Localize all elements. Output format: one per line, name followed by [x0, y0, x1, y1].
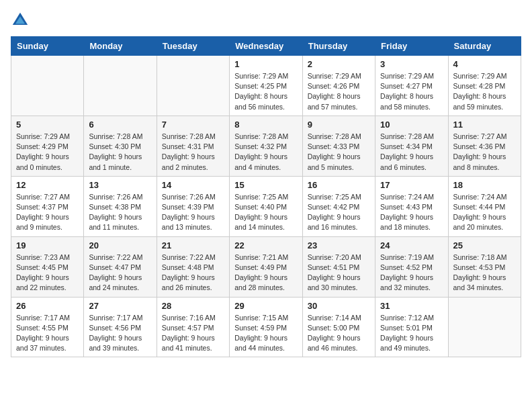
calendar-cell: 25Sunrise: 7:18 AM Sunset: 4:53 PM Dayli…	[448, 236, 521, 297]
day-info: Sunrise: 7:17 AM Sunset: 4:55 PM Dayligh…	[16, 313, 79, 354]
day-of-week-header: Thursday	[302, 37, 375, 56]
day-info: Sunrise: 7:28 AM Sunset: 4:34 PM Dayligh…	[380, 132, 443, 173]
calendar-cell: 17Sunrise: 7:24 AM Sunset: 4:43 PM Dayli…	[375, 176, 448, 236]
calendar-cell: 7Sunrise: 7:28 AM Sunset: 4:31 PM Daylig…	[157, 116, 229, 176]
day-number: 28	[162, 301, 224, 311]
calendar-cell: 23Sunrise: 7:20 AM Sunset: 4:51 PM Dayli…	[302, 236, 375, 297]
calendar-cell: 10Sunrise: 7:28 AM Sunset: 4:34 PM Dayli…	[375, 116, 448, 176]
calendar-cell: 11Sunrise: 7:27 AM Sunset: 4:36 PM Dayli…	[448, 116, 521, 176]
day-info: Sunrise: 7:22 AM Sunset: 4:47 PM Dayligh…	[89, 253, 151, 293]
day-number: 26	[16, 301, 79, 311]
day-of-week-header: Saturday	[448, 37, 521, 56]
calendar-cell: 19Sunrise: 7:23 AM Sunset: 4:45 PM Dayli…	[11, 236, 84, 297]
day-info: Sunrise: 7:29 AM Sunset: 4:26 PM Dayligh…	[308, 71, 370, 112]
day-number: 11	[453, 120, 516, 130]
calendar-cell: 15Sunrise: 7:25 AM Sunset: 4:40 PM Dayli…	[230, 176, 302, 236]
day-info: Sunrise: 7:20 AM Sunset: 4:51 PM Dayligh…	[308, 253, 370, 293]
calendar-header-row: SundayMondayTuesdayWednesdayThursdayFrid…	[11, 37, 521, 56]
logo	[11, 11, 32, 30]
day-number: 6	[89, 120, 151, 130]
calendar-week-row: 19Sunrise: 7:23 AM Sunset: 4:45 PM Dayli…	[11, 236, 521, 297]
calendar-cell: 20Sunrise: 7:22 AM Sunset: 4:47 PM Dayli…	[84, 236, 157, 297]
day-number: 19	[16, 240, 79, 250]
calendar-cell: 1Sunrise: 7:29 AM Sunset: 4:25 PM Daylig…	[230, 56, 302, 116]
day-info: Sunrise: 7:26 AM Sunset: 4:39 PM Dayligh…	[162, 192, 224, 233]
calendar-cell: 21Sunrise: 7:22 AM Sunset: 4:48 PM Dayli…	[157, 236, 229, 297]
day-number: 1	[234, 59, 297, 69]
calendar-cell: 29Sunrise: 7:15 AM Sunset: 4:59 PM Dayli…	[230, 297, 302, 357]
calendar-cell	[84, 56, 157, 116]
day-info: Sunrise: 7:21 AM Sunset: 4:49 PM Dayligh…	[234, 253, 297, 293]
calendar-cell: 9Sunrise: 7:28 AM Sunset: 4:33 PM Daylig…	[302, 116, 375, 176]
day-number: 31	[380, 301, 443, 311]
calendar-week-row: 12Sunrise: 7:27 AM Sunset: 4:37 PM Dayli…	[11, 176, 521, 236]
day-number: 2	[308, 59, 370, 69]
day-of-week-header: Sunday	[11, 37, 84, 56]
calendar-cell: 14Sunrise: 7:26 AM Sunset: 4:39 PM Dayli…	[157, 176, 229, 236]
calendar-cell: 8Sunrise: 7:28 AM Sunset: 4:32 PM Daylig…	[230, 116, 302, 176]
calendar-cell: 18Sunrise: 7:24 AM Sunset: 4:44 PM Dayli…	[448, 176, 521, 236]
calendar-week-row: 5Sunrise: 7:29 AM Sunset: 4:29 PM Daylig…	[11, 116, 521, 176]
day-number: 16	[308, 180, 370, 190]
calendar-week-row: 1Sunrise: 7:29 AM Sunset: 4:25 PM Daylig…	[11, 56, 521, 116]
day-number: 10	[380, 120, 443, 130]
calendar-cell: 26Sunrise: 7:17 AM Sunset: 4:55 PM Dayli…	[11, 297, 84, 357]
day-info: Sunrise: 7:22 AM Sunset: 4:48 PM Dayligh…	[162, 253, 224, 293]
day-info: Sunrise: 7:29 AM Sunset: 4:25 PM Dayligh…	[234, 71, 297, 112]
calendar-cell: 22Sunrise: 7:21 AM Sunset: 4:49 PM Dayli…	[230, 236, 302, 297]
day-number: 9	[308, 120, 370, 130]
day-info: Sunrise: 7:14 AM Sunset: 5:00 PM Dayligh…	[308, 313, 370, 354]
day-number: 21	[162, 240, 224, 250]
calendar-cell: 27Sunrise: 7:17 AM Sunset: 4:56 PM Dayli…	[84, 297, 157, 357]
calendar-cell: 4Sunrise: 7:29 AM Sunset: 4:28 PM Daylig…	[448, 56, 521, 116]
day-info: Sunrise: 7:27 AM Sunset: 4:37 PM Dayligh…	[16, 192, 79, 233]
day-info: Sunrise: 7:29 AM Sunset: 4:27 PM Dayligh…	[380, 71, 443, 112]
calendar-cell: 31Sunrise: 7:12 AM Sunset: 5:01 PM Dayli…	[375, 297, 448, 357]
day-info: Sunrise: 7:25 AM Sunset: 4:42 PM Dayligh…	[308, 192, 370, 233]
day-number: 7	[162, 120, 224, 130]
day-info: Sunrise: 7:15 AM Sunset: 4:59 PM Dayligh…	[234, 313, 297, 354]
day-info: Sunrise: 7:28 AM Sunset: 4:33 PM Dayligh…	[308, 132, 370, 173]
day-of-week-header: Wednesday	[230, 37, 302, 56]
day-number: 17	[380, 180, 443, 190]
day-number: 4	[453, 59, 516, 69]
calendar-cell	[448, 297, 521, 357]
day-info: Sunrise: 7:26 AM Sunset: 4:38 PM Dayligh…	[89, 192, 151, 233]
day-number: 12	[16, 180, 79, 190]
day-info: Sunrise: 7:17 AM Sunset: 4:56 PM Dayligh…	[89, 313, 151, 354]
calendar-cell: 2Sunrise: 7:29 AM Sunset: 4:26 PM Daylig…	[302, 56, 375, 116]
calendar-cell: 5Sunrise: 7:29 AM Sunset: 4:29 PM Daylig…	[11, 116, 84, 176]
day-number: 14	[162, 180, 224, 190]
calendar-cell: 3Sunrise: 7:29 AM Sunset: 4:27 PM Daylig…	[375, 56, 448, 116]
logo-icon	[11, 11, 30, 30]
day-number: 25	[453, 240, 516, 250]
day-info: Sunrise: 7:25 AM Sunset: 4:40 PM Dayligh…	[234, 192, 297, 233]
day-info: Sunrise: 7:18 AM Sunset: 4:53 PM Dayligh…	[453, 253, 516, 293]
calendar-table: SundayMondayTuesdayWednesdayThursdayFrid…	[11, 36, 521, 357]
page-header	[11, 11, 521, 30]
day-number: 8	[234, 120, 297, 130]
day-info: Sunrise: 7:23 AM Sunset: 4:45 PM Dayligh…	[16, 253, 79, 293]
day-of-week-header: Monday	[84, 37, 157, 56]
day-info: Sunrise: 7:24 AM Sunset: 4:44 PM Dayligh…	[453, 192, 516, 233]
day-of-week-header: Friday	[375, 37, 448, 56]
day-info: Sunrise: 7:28 AM Sunset: 4:30 PM Dayligh…	[89, 132, 151, 173]
day-number: 20	[89, 240, 151, 250]
calendar-cell	[157, 56, 229, 116]
calendar-cell: 13Sunrise: 7:26 AM Sunset: 4:38 PM Dayli…	[84, 176, 157, 236]
day-number: 5	[16, 120, 79, 130]
day-info: Sunrise: 7:29 AM Sunset: 4:29 PM Dayligh…	[16, 132, 79, 173]
day-number: 23	[308, 240, 370, 250]
day-number: 24	[380, 240, 443, 250]
day-info: Sunrise: 7:12 AM Sunset: 5:01 PM Dayligh…	[380, 313, 443, 354]
calendar-cell: 6Sunrise: 7:28 AM Sunset: 4:30 PM Daylig…	[84, 116, 157, 176]
day-number: 30	[308, 301, 370, 311]
calendar-cell: 30Sunrise: 7:14 AM Sunset: 5:00 PM Dayli…	[302, 297, 375, 357]
day-info: Sunrise: 7:16 AM Sunset: 4:57 PM Dayligh…	[162, 313, 224, 354]
day-number: 29	[234, 301, 297, 311]
day-info: Sunrise: 7:28 AM Sunset: 4:32 PM Dayligh…	[234, 132, 297, 173]
day-number: 18	[453, 180, 516, 190]
calendar-cell	[11, 56, 84, 116]
day-number: 22	[234, 240, 297, 250]
calendar-cell: 28Sunrise: 7:16 AM Sunset: 4:57 PM Dayli…	[157, 297, 229, 357]
